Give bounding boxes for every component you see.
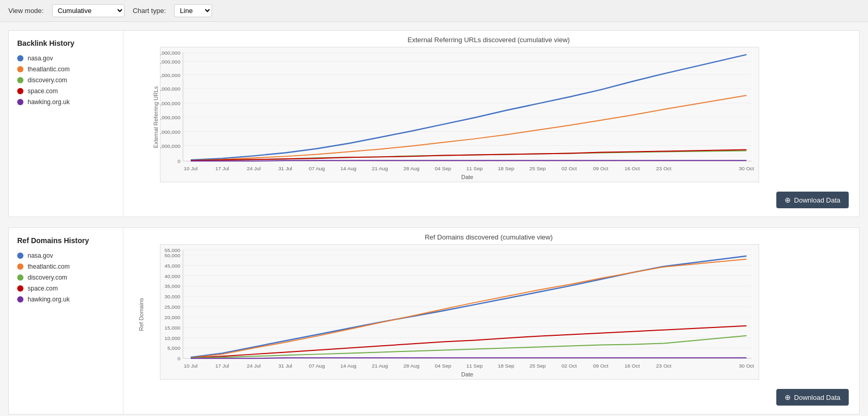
backlink-section: Backlink History nasa.gov theatlantic.co… bbox=[8, 30, 860, 217]
legend-dot-nasa bbox=[17, 55, 23, 61]
legend-dot-discovery bbox=[17, 77, 23, 83]
svg-text:28 Aug: 28 Aug bbox=[403, 166, 419, 171]
svg-text:24 Jul: 24 Jul bbox=[247, 363, 261, 369]
svg-text:30,000: 30,000 bbox=[165, 294, 181, 299]
svg-text:09 Oct: 09 Oct bbox=[593, 363, 608, 369]
svg-text:04 Sep: 04 Sep bbox=[435, 363, 452, 369]
ref-domains-section: Ref Domains History nasa.gov theatlantic… bbox=[8, 228, 860, 414]
svg-text:40,000,000: 40,000,000 bbox=[160, 50, 181, 56]
svg-text:18 Sep: 18 Sep bbox=[498, 363, 515, 369]
svg-text:21 Aug: 21 Aug bbox=[372, 166, 388, 171]
backlink-layout: Backlink History nasa.gov theatlantic.co… bbox=[8, 30, 860, 217]
ref-legend-dot-discovery bbox=[17, 274, 23, 281]
legend-label-nasa: nasa.gov bbox=[28, 55, 53, 62]
legend-label-space: space.com bbox=[28, 87, 58, 95]
legend-dot-theatlantic bbox=[17, 66, 23, 72]
ref-download-label: Download Data bbox=[794, 394, 840, 401]
svg-text:23 Oct: 23 Oct bbox=[656, 166, 671, 171]
svg-text:25,000: 25,000 bbox=[165, 304, 181, 310]
ref-legend-label-theatlantic: theatlantic.com bbox=[28, 263, 70, 270]
main-content: Backlink History nasa.gov theatlantic.co… bbox=[0, 22, 868, 416]
backlink-chart-svg: 0 5,000,000 10,000,000 15,000,000 20,000… bbox=[160, 47, 759, 182]
svg-text:31 Jul: 31 Jul bbox=[278, 166, 292, 171]
svg-text:04 Sep: 04 Sep bbox=[435, 166, 452, 171]
view-mode-label: View mode: bbox=[8, 7, 44, 15]
backlink-chart-title: External Referring URLs discovered (cumu… bbox=[123, 36, 854, 44]
svg-text:30 Oct: 30 Oct bbox=[739, 363, 754, 369]
svg-text:55,000: 55,000 bbox=[165, 247, 181, 253]
download-icon-2: ⊕ bbox=[785, 393, 791, 401]
svg-text:45,000: 45,000 bbox=[165, 263, 181, 269]
legend-dot-space bbox=[17, 88, 23, 94]
legend-label-theatlantic: theatlantic.com bbox=[28, 66, 70, 73]
svg-text:11 Sep: 11 Sep bbox=[466, 166, 483, 171]
ref-legend-label-discovery: discovery.com bbox=[28, 274, 67, 281]
svg-text:40,000: 40,000 bbox=[165, 273, 181, 279]
svg-text:16 Oct: 16 Oct bbox=[625, 363, 640, 369]
toolbar: View mode: Cumulative Non-cumulative Cha… bbox=[0, 0, 868, 22]
svg-text:02 Oct: 02 Oct bbox=[562, 363, 577, 369]
svg-text:11 Sep: 11 Sep bbox=[466, 363, 483, 369]
svg-text:21 Aug: 21 Aug bbox=[372, 363, 388, 369]
ref-legend-dot-theatlantic bbox=[17, 263, 23, 270]
svg-text:15,000: 15,000 bbox=[165, 325, 181, 331]
svg-text:10 Jul: 10 Jul bbox=[184, 363, 197, 369]
svg-text:35,000,000: 35,000,000 bbox=[160, 59, 181, 65]
backlink-download-row: ⊕ Download Data bbox=[123, 187, 854, 211]
ref-domains-layout: Ref Domains History nasa.gov theatlantic… bbox=[8, 228, 860, 414]
download-icon-1: ⊕ bbox=[785, 196, 791, 204]
svg-text:31 Jul: 31 Jul bbox=[278, 363, 292, 369]
svg-text:09 Oct: 09 Oct bbox=[593, 166, 608, 171]
svg-text:07 Aug: 07 Aug bbox=[309, 166, 325, 171]
svg-text:5,000: 5,000 bbox=[167, 345, 180, 351]
svg-text:5,000,000: 5,000,000 bbox=[160, 143, 181, 149]
svg-text:02 Oct: 02 Oct bbox=[562, 166, 577, 171]
svg-text:23 Oct: 23 Oct bbox=[656, 363, 671, 369]
svg-text:10 Jul: 10 Jul bbox=[184, 166, 197, 171]
ref-domains-chart-svg: 0 5,000 10,000 15,000 20,000 25,000 30,0… bbox=[160, 244, 759, 380]
ref-legend-item-discovery: discovery.com bbox=[17, 274, 115, 281]
svg-text:28 Aug: 28 Aug bbox=[403, 363, 419, 369]
svg-text:14 Aug: 14 Aug bbox=[340, 363, 356, 369]
svg-text:16 Oct: 16 Oct bbox=[625, 166, 640, 171]
svg-text:24 Jul: 24 Jul bbox=[247, 166, 261, 171]
svg-text:25 Sep: 25 Sep bbox=[529, 166, 546, 171]
svg-text:35,000: 35,000 bbox=[165, 283, 181, 289]
legend-item-discovery: discovery.com bbox=[17, 77, 115, 84]
ref-title: Ref Domains History bbox=[17, 236, 115, 245]
backlink-download-button[interactable]: ⊕ Download Data bbox=[776, 192, 849, 208]
backlink-legend-panel: Backlink History nasa.gov theatlantic.co… bbox=[9, 31, 123, 217]
svg-text:25,000,000: 25,000,000 bbox=[160, 86, 181, 92]
backlink-chart-area: External Referring URLs discovered (cumu… bbox=[123, 31, 859, 217]
svg-text:0: 0 bbox=[178, 356, 181, 361]
ref-legend-item-hawking: hawking.org.uk bbox=[17, 296, 115, 303]
ref-legend-item-nasa: nasa.gov bbox=[17, 252, 115, 259]
ref-legend-dot-hawking bbox=[17, 296, 23, 302]
svg-text:14 Aug: 14 Aug bbox=[340, 166, 356, 171]
chart-type-label: Chart type: bbox=[133, 7, 166, 15]
chart-type-select[interactable]: Line Bar bbox=[174, 4, 212, 17]
ref-chart-area: Ref Domains discovered (cumulative view)… bbox=[123, 228, 859, 414]
ref-legend-panel: Ref Domains History nasa.gov theatlantic… bbox=[9, 228, 123, 414]
legend-item-hawking: hawking.org.uk bbox=[17, 98, 115, 106]
svg-text:50,000: 50,000 bbox=[165, 253, 181, 258]
svg-text:Date: Date bbox=[461, 371, 473, 377]
svg-text:Date: Date bbox=[461, 174, 473, 180]
legend-item-theatlantic: theatlantic.com bbox=[17, 66, 115, 73]
ref-legend-label-nasa: nasa.gov bbox=[28, 252, 53, 259]
svg-text:17 Jul: 17 Jul bbox=[215, 166, 229, 171]
ref-legend-item-theatlantic: theatlantic.com bbox=[17, 263, 115, 270]
svg-text:30 Oct: 30 Oct bbox=[739, 166, 754, 171]
svg-text:17 Jul: 17 Jul bbox=[215, 363, 229, 369]
legend-item-space: space.com bbox=[17, 87, 115, 95]
ref-legend-label-space: space.com bbox=[28, 285, 58, 292]
svg-text:20,000: 20,000 bbox=[165, 314, 181, 320]
legend-label-hawking: hawking.org.uk bbox=[28, 98, 70, 106]
svg-text:15,000,000: 15,000,000 bbox=[160, 115, 181, 120]
svg-text:25 Sep: 25 Sep bbox=[529, 363, 546, 369]
view-mode-select[interactable]: Cumulative Non-cumulative bbox=[52, 4, 125, 17]
ref-download-button[interactable]: ⊕ Download Data bbox=[776, 389, 849, 406]
legend-item-nasa: nasa.gov bbox=[17, 55, 115, 62]
svg-text:07 Aug: 07 Aug bbox=[309, 363, 325, 369]
ref-legend-label-hawking: hawking.org.uk bbox=[28, 296, 70, 303]
